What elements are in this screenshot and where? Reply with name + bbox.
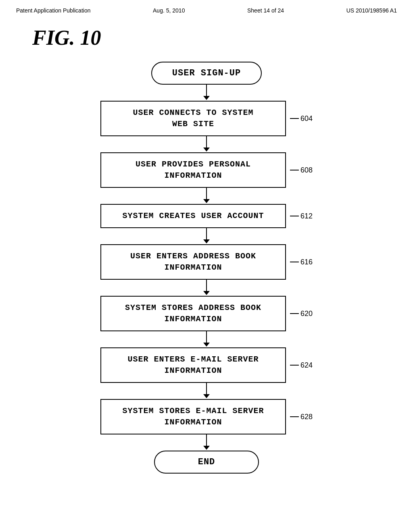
step-624-label: 624 bbox=[290, 361, 313, 370]
figure-title: FIG. 10 bbox=[0, 14, 413, 58]
step-604-label: 604 bbox=[290, 114, 313, 123]
step-608-box: USER PROVIDES PERSONALINFORMATION bbox=[100, 152, 286, 188]
step-620-row: SYSTEM STORES ADDRESS BOOKINFORMATION 62… bbox=[100, 296, 313, 331]
arrow-5 bbox=[203, 280, 210, 296]
step-628-row: SYSTEM STORES E-MAIL SERVERINFORMATION 6… bbox=[100, 399, 313, 434]
arrow-3 bbox=[203, 188, 210, 204]
header-patent: US 2010/198596 A1 bbox=[346, 7, 397, 14]
step-612-row: SYSTEM CREATES USER ACCOUNT 612 bbox=[100, 204, 313, 228]
step-628-label: 628 bbox=[290, 413, 313, 421]
step-620-box: SYSTEM STORES ADDRESS BOOKINFORMATION bbox=[100, 296, 286, 331]
arrow-2 bbox=[203, 136, 210, 152]
end-node: END bbox=[154, 451, 259, 474]
step-608-label: 608 bbox=[290, 166, 313, 175]
step-620-label: 620 bbox=[290, 310, 313, 318]
arrow-6 bbox=[203, 331, 210, 347]
flowchart-diagram: USER SIGN-UP USER CONNECTS TO SYSTEMWEB … bbox=[0, 58, 413, 474]
step-624-row: USER ENTERS E-MAIL SERVERINFORMATION 624 bbox=[100, 347, 313, 383]
header-date: Aug. 5, 2010 bbox=[153, 7, 185, 14]
step-604-row: USER CONNECTS TO SYSTEMWEB SITE 604 bbox=[100, 101, 313, 136]
header-publication: Patent Application Publication bbox=[16, 7, 90, 14]
arrow-4 bbox=[203, 228, 210, 244]
step-612-label: 612 bbox=[290, 212, 313, 220]
arrow-1 bbox=[203, 85, 210, 101]
arrow-7 bbox=[203, 383, 210, 399]
step-616-label: 616 bbox=[290, 258, 313, 266]
step-628-box: SYSTEM STORES E-MAIL SERVERINFORMATION bbox=[100, 399, 286, 434]
step-616-row: USER ENTERS ADDRESS BOOKINFORMATION 616 bbox=[100, 244, 313, 280]
step-604-box: USER CONNECTS TO SYSTEMWEB SITE bbox=[100, 101, 286, 136]
step-616-box: USER ENTERS ADDRESS BOOKINFORMATION bbox=[100, 244, 286, 280]
page-header: Patent Application Publication Aug. 5, 2… bbox=[0, 0, 413, 14]
step-624-box: USER ENTERS E-MAIL SERVERINFORMATION bbox=[100, 347, 286, 383]
step-612-box: SYSTEM CREATES USER ACCOUNT bbox=[100, 204, 286, 228]
step-608-row: USER PROVIDES PERSONALINFORMATION 608 bbox=[100, 152, 313, 188]
start-node: USER SIGN-UP bbox=[151, 62, 262, 85]
header-sheet: Sheet 14 of 24 bbox=[247, 7, 284, 14]
arrow-8 bbox=[203, 434, 210, 451]
